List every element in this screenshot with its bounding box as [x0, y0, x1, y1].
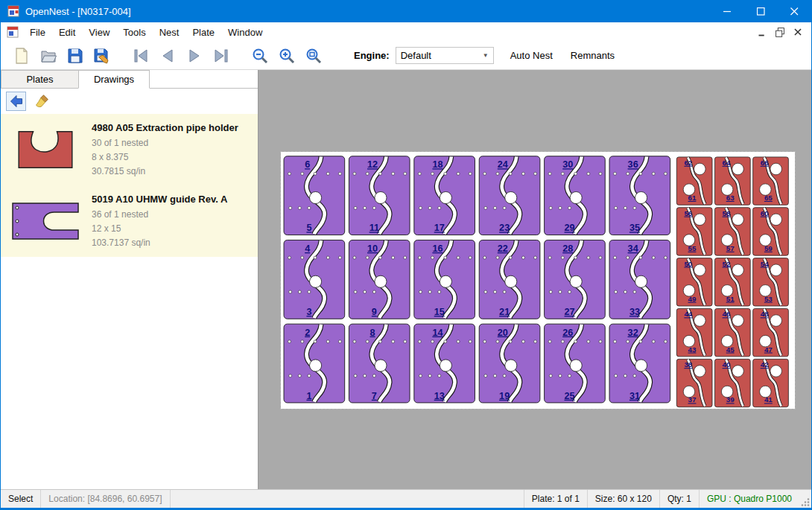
status-qty: Qty: 1 [659, 490, 699, 508]
minimize-icon[interactable] [711, 0, 744, 22]
menu-item-nest[interactable]: Nest [153, 24, 186, 41]
menu-item-file[interactable]: File [23, 24, 52, 41]
part-number: 33 [629, 307, 640, 317]
tab-plates[interactable]: Plates [1, 70, 78, 88]
document-icon[interactable] [7, 26, 19, 38]
purple-part-pair[interactable]: 1817 [414, 156, 475, 235]
go-next-icon[interactable] [181, 44, 208, 68]
purple-part-pair[interactable]: 2625 [545, 324, 606, 403]
purple-part-pair[interactable]: 43 [284, 240, 345, 319]
purple-part-pair[interactable]: 2019 [479, 324, 540, 403]
menu-item-edit[interactable]: Edit [52, 24, 82, 41]
part-number: 7 [372, 391, 377, 401]
purple-part-pair[interactable]: 87 [349, 324, 410, 403]
purple-part-pair[interactable]: 1413 [414, 324, 475, 403]
zoom-fit-icon[interactable] [300, 44, 327, 68]
red-part-pair[interactable]: 6059 [753, 208, 789, 255]
mdi-close-icon[interactable] [789, 25, 807, 39]
part-number: 29 [565, 223, 575, 233]
purple-part-pair[interactable]: 3635 [609, 156, 670, 235]
red-part-pair[interactable]: 6261 [676, 157, 712, 205]
purple-part-pair[interactable]: 2423 [479, 156, 540, 235]
part-number: 44 [684, 310, 692, 318]
red-part-pair[interactable]: 5251 [714, 258, 750, 306]
purple-part-pair[interactable]: 3433 [609, 240, 670, 319]
remnants-button[interactable]: Remnants [569, 47, 616, 64]
drawing-item-2[interactable]: 5019 A10 UHMW guide Rev. A 36 of 1 neste… [1, 185, 258, 257]
red-part-pair[interactable]: 4241 [753, 359, 789, 407]
drawing-item-text: 5019 A10 UHMW guide Rev. A 36 of 1 neste… [92, 192, 227, 250]
red-part-pair[interactable]: 5453 [753, 258, 789, 306]
drawing-title: 4980 A05 Extraction pipe holder [92, 122, 238, 133]
red-part-pair[interactable]: 4039 [714, 359, 750, 407]
part-number: 37 [688, 395, 697, 404]
part-number: 13 [434, 391, 445, 401]
purple-part-pair[interactable]: 2221 [479, 240, 540, 319]
plate[interactable]: 6512111817242330293635431091615222128273… [281, 152, 795, 409]
mdi-minimize-icon[interactable] [753, 25, 771, 39]
red-part-pair[interactable]: 6665 [753, 157, 789, 205]
red-part-pair[interactable]: 5655 [676, 208, 712, 255]
save-as-icon[interactable] [89, 44, 115, 68]
part-number: 38 [684, 360, 692, 369]
purple-part-pair[interactable]: 3029 [545, 156, 606, 235]
maximize-icon[interactable] [744, 0, 778, 22]
engine-select[interactable]: Default ▼ [396, 47, 494, 64]
menu-item-view[interactable]: View [82, 24, 116, 41]
red-part-pair[interactable]: 4645 [714, 308, 750, 356]
purple-part-pair[interactable]: 1211 [349, 156, 410, 235]
mdi-restore-icon[interactable] [771, 25, 789, 39]
purple-part-pair[interactable]: 21 [284, 324, 345, 403]
go-first-icon[interactable] [127, 44, 154, 68]
zoom-in-icon[interactable] [273, 44, 300, 68]
part-number: 17 [434, 223, 445, 233]
zoom-out-icon[interactable] [247, 44, 273, 68]
part-number: 65 [764, 194, 773, 202]
mdi-child-controls [753, 25, 811, 39]
go-last-icon[interactable] [208, 44, 235, 68]
purple-part-pair[interactable]: 3231 [609, 324, 670, 403]
close-icon[interactable] [778, 0, 811, 22]
menu-item-plate[interactable]: Plate [185, 24, 221, 41]
import-drawing-button[interactable] [6, 92, 26, 111]
part-number: 18 [432, 159, 443, 170]
clean-button[interactable] [31, 92, 51, 111]
menu-item-window[interactable]: Window [221, 24, 269, 41]
part-number: 54 [761, 260, 769, 268]
resize-grip[interactable] [799, 490, 811, 508]
part-number: 62 [684, 159, 692, 167]
app-icon [7, 5, 19, 17]
tab-drawings[interactable]: Drawings [78, 70, 150, 89]
part-number: 11 [369, 223, 379, 233]
auto-nest-button[interactable]: Auto Nest [509, 47, 554, 64]
new-icon[interactable] [8, 44, 35, 68]
purple-part-pair[interactable]: 109 [349, 240, 410, 319]
go-previous-icon[interactable] [154, 44, 181, 68]
save-icon[interactable] [62, 44, 89, 68]
purple-part-pair[interactable]: 2827 [545, 240, 606, 319]
part-number: 20 [498, 328, 508, 338]
nest-canvas[interactable]: 6512111817242330293635431091615222128273… [258, 70, 811, 489]
red-part-pair[interactable]: 6463 [714, 157, 750, 205]
part-thumbnail-red [8, 121, 83, 179]
part-number: 10 [367, 243, 378, 254]
part-number: 39 [726, 395, 735, 404]
purple-part-pair[interactable]: 1615 [414, 240, 475, 319]
part-number: 3 [306, 307, 311, 317]
part-number: 4 [305, 243, 310, 254]
menu-item-tools[interactable]: Tools [116, 24, 152, 41]
part-number: 5 [306, 223, 311, 233]
red-part-pair[interactable]: 4847 [753, 308, 789, 356]
part-number: 6 [305, 159, 310, 170]
red-part-pair[interactable]: 5857 [714, 208, 750, 255]
plate-svg[interactable]: 6512111817242330293635431091615222128273… [281, 152, 795, 409]
part-number: 64 [723, 159, 731, 167]
red-part-pair[interactable]: 5049 [676, 258, 712, 306]
drawing-item-1[interactable]: 4980 A05 Extraction pipe holder 30 of 1 … [1, 114, 258, 185]
open-icon[interactable] [35, 44, 62, 68]
purple-part-pair[interactable]: 65 [284, 156, 345, 235]
drawing-title: 5019 A10 UHMW guide Rev. A [92, 194, 227, 205]
red-part-pair[interactable]: 3837 [676, 359, 712, 407]
part-number: 36 [628, 159, 638, 170]
red-part-pair[interactable]: 4443 [676, 308, 712, 356]
